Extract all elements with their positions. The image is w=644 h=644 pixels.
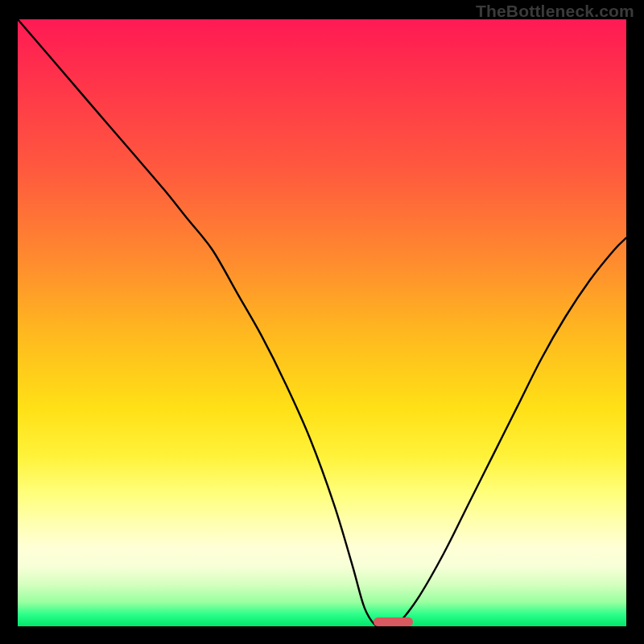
plot-area bbox=[18, 19, 626, 626]
bottleneck-curve bbox=[18, 19, 626, 626]
chart-frame: TheBottleneck.com bbox=[0, 0, 644, 644]
optimal-range-marker bbox=[374, 617, 413, 626]
attribution-watermark: TheBottleneck.com bbox=[476, 2, 634, 21]
